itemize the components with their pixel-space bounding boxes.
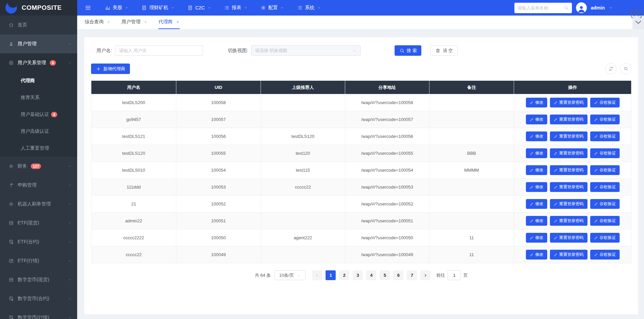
page-button[interactable]: 4 — [366, 270, 376, 280]
row-action-button[interactable]: 修改 — [526, 199, 547, 209]
top-menu-item[interactable]: 系统 — [297, 5, 321, 11]
cell-actions: 修改重置登录密码谷歌验证 — [514, 145, 631, 162]
toolbar-row: 新增代理商 — [91, 63, 631, 74]
action-label: 重置登录密码 — [559, 201, 584, 207]
page-button[interactable]: 6 — [393, 270, 403, 280]
row-action-button[interactable]: 修改 — [526, 182, 547, 192]
clear-button[interactable]: 清 空 — [430, 45, 458, 56]
row-action-button[interactable]: 重置登录密码 — [550, 233, 587, 243]
row-action-button[interactable]: 谷歌验证 — [590, 199, 620, 209]
row-action-button[interactable]: 修改 — [526, 233, 547, 243]
pencil-icon — [554, 134, 558, 139]
top-menu-item[interactable]: 配置 — [261, 5, 284, 11]
username-filter-input[interactable] — [115, 45, 203, 56]
row-action-button[interactable]: 修改 — [526, 216, 547, 226]
row-action-button[interactable]: 谷歌验证 — [590, 250, 620, 260]
sidebar-item[interactable]: 机器人刷单管理 — [0, 195, 77, 214]
tab-item[interactable]: 用户管理 — [121, 16, 148, 29]
sidebar-item[interactable]: ETF(现货) — [0, 214, 77, 232]
sidebar-item[interactable]: 财务127 — [0, 157, 77, 176]
sidebar-item[interactable]: ETF(行情) — [0, 251, 77, 270]
action-label: 重置登录密码 — [559, 218, 584, 224]
row-action-button[interactable]: 修改 — [526, 131, 547, 141]
chevron-down-icon[interactable] — [609, 6, 613, 10]
add-agent-button[interactable]: 新增代理商 — [91, 64, 130, 74]
sidebar-subitem[interactable]: 人工重置管理 — [0, 140, 77, 157]
pencil-icon — [530, 151, 534, 155]
page-button[interactable]: 3 — [353, 270, 363, 280]
row-action-button[interactable]: 重置登录密码 — [550, 98, 587, 107]
row-action-button[interactable]: 修改 — [526, 115, 547, 124]
search-button[interactable]: 搜 索 — [395, 45, 422, 56]
row-action-button[interactable]: 谷歌验证 — [590, 115, 620, 124]
row-action-button[interactable]: 谷歌验证 — [590, 165, 620, 175]
row-action-button[interactable]: 重置登录密码 — [550, 199, 587, 209]
sidebar-subitem[interactable]: 代理商 — [0, 72, 77, 89]
top-menu-item[interactable]: C2C — [187, 5, 211, 11]
row-action-button[interactable]: 重置登录密码 — [550, 131, 587, 141]
pencil-icon — [554, 168, 558, 172]
row-action-button[interactable]: 重置登录密码 — [550, 148, 587, 158]
sidebar-item[interactable]: ETF(合约) — [0, 232, 77, 251]
page-button[interactable]: 7 — [407, 270, 417, 280]
row-action-button[interactable]: 谷歌验证 — [590, 182, 620, 192]
row-action-button[interactable]: 修改 — [526, 165, 547, 175]
row-action-button[interactable]: 谷歌验证 — [590, 131, 620, 141]
sidebar-item[interactable]: 数字货币(合约) — [0, 289, 77, 308]
row-action-button[interactable]: 谷歌验证 — [590, 216, 620, 226]
view-select[interactable]: 请选择 切换视图 — [251, 45, 361, 56]
tab-item[interactable]: 代理商 — [158, 16, 180, 29]
top-menu-item[interactable]: 美股 — [105, 5, 129, 11]
row-action-button[interactable]: 重置登录密码 — [550, 216, 587, 226]
sidebar-item-label: 申购管理 — [18, 182, 37, 188]
sidebar-subitem[interactable]: 推荐关系 — [0, 89, 77, 106]
page-button[interactable]: 5 — [380, 270, 390, 280]
refresh-button[interactable] — [605, 63, 617, 74]
sidebar-item[interactable]: 数字货币(现货) — [0, 270, 77, 289]
row-action-button[interactable]: 修改 — [526, 148, 547, 158]
sidebar-item[interactable]: 用户关系管理4 — [0, 53, 77, 72]
sidebar-item[interactable]: 数字货币(行情) — [0, 308, 77, 319]
row-action-button[interactable]: 修改 — [526, 98, 547, 107]
top-menu-label: 配置 — [268, 5, 278, 11]
page-size-select[interactable]: 10条/页 — [274, 270, 306, 280]
sidebar-subitem[interactable]: 用户高级认证 — [0, 123, 77, 140]
tab-dropdown-button[interactable] — [632, 16, 644, 29]
row-action-button[interactable]: 谷歌验证 — [590, 233, 620, 243]
sidebar-item[interactable]: 首页 — [0, 16, 77, 34]
prev-page-button[interactable] — [312, 270, 322, 280]
row-action-button[interactable]: 重置登录密码 — [550, 165, 587, 175]
hamburger-icon[interactable] — [85, 4, 91, 11]
cell-remark — [429, 179, 514, 196]
close-icon[interactable] — [143, 20, 148, 24]
close-icon[interactable] — [107, 20, 111, 24]
row-action-button[interactable]: 谷歌验证 — [590, 98, 620, 107]
page-button[interactable]: 1 — [326, 270, 336, 280]
close-icon[interactable] — [176, 20, 180, 24]
cell-actions: 修改重置登录密码谷歌验证 — [514, 162, 631, 179]
sidebar-item[interactable]: 用户管理 — [0, 34, 77, 53]
pencil-icon — [554, 101, 558, 105]
chevron-down-icon — [125, 6, 129, 10]
column-search-button[interactable] — [620, 63, 631, 74]
pencil-icon — [530, 168, 534, 172]
tab-item[interactable]: 综合查询 — [85, 16, 111, 29]
row-action-button[interactable]: 重置登录密码 — [550, 182, 587, 192]
cell-actions: 修改重置登录密码谷歌验证 — [514, 179, 631, 196]
top-menu-item[interactable]: 理财矿机 — [141, 5, 175, 11]
row-action-button[interactable]: 修改 — [526, 250, 547, 260]
sidebar-subitem[interactable]: 用户基础认证4 — [0, 106, 77, 123]
top-menu-list: 美股理财矿机C2C报表配置系统 — [105, 5, 321, 11]
sidebar-item[interactable]: 申购管理 — [0, 176, 77, 195]
cell-uid: 100057 — [176, 111, 261, 128]
row-action-button[interactable]: 谷歌验证 — [590, 148, 620, 158]
next-page-button[interactable] — [420, 270, 430, 280]
menu-search-input[interactable] — [517, 5, 561, 10]
cell-uid: 100053 — [176, 179, 261, 196]
top-menu-item[interactable]: 报表 — [224, 5, 248, 11]
goto-page-input[interactable] — [447, 270, 461, 280]
row-action-button[interactable]: 重置登录密码 — [550, 115, 587, 124]
page-button[interactable]: 2 — [339, 270, 349, 280]
row-action-button[interactable]: 重置登录密码 — [550, 250, 587, 260]
avatar[interactable] — [576, 2, 587, 13]
